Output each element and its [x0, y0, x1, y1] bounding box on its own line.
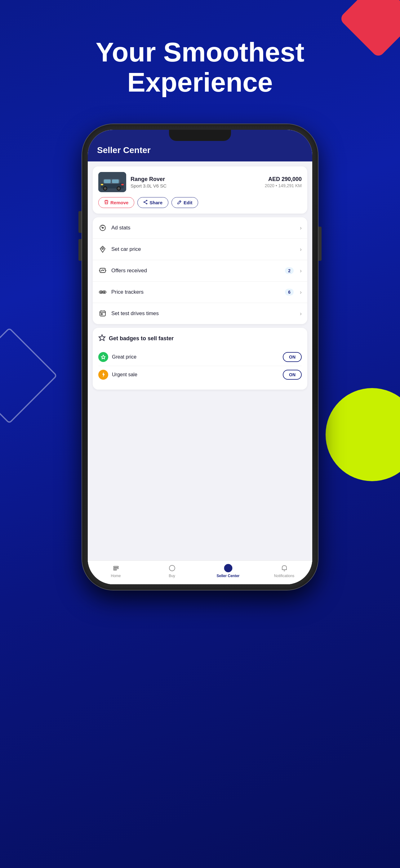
svg-rect-26: [100, 311, 105, 316]
share-button[interactable]: Share: [137, 197, 168, 208]
app-content: Seller Center: [88, 130, 312, 584]
hero-line2: Experience: [25, 67, 375, 97]
svg-point-25: [104, 291, 104, 292]
badges-title: Get badges to sell faster: [109, 335, 174, 342]
svg-rect-3: [104, 180, 111, 183]
badge-header-icon: [98, 334, 106, 343]
svg-line-18: [179, 201, 180, 202]
badges-card: Get badges to sell faster Great price ON: [93, 328, 307, 390]
great-price-toggle[interactable]: ON: [283, 352, 302, 362]
phone-mockup: Seller Center: [82, 124, 318, 590]
share-label: Share: [149, 200, 163, 205]
car-info-row: Range Rover Sport 3.0L V6 SC AED 290,000…: [98, 172, 302, 192]
home-icon: [112, 564, 120, 572]
menu-item-offers-received[interactable]: Offers received 2 ›: [93, 260, 307, 282]
svg-line-17: [145, 203, 146, 204]
car-card: Range Rover Sport 3.0L V6 SC AED 290,000…: [93, 166, 307, 214]
car-price-block: AED 290,000 2020 • 149,291 KM: [265, 176, 302, 188]
buy-tab-label: Buy: [169, 574, 175, 578]
urgent-sale-icon: [98, 370, 108, 380]
car-model: Sport 3.0L V6 SC: [131, 183, 261, 188]
share-icon: [143, 200, 147, 205]
svg-rect-30: [113, 569, 116, 570]
menu-item-test-drives[interactable]: Set test drives times ›: [93, 303, 307, 324]
badge-urgent-sale: Urgent sale ON: [98, 366, 302, 383]
tab-bar: Home Buy: [88, 560, 312, 584]
svg-rect-9: [101, 184, 103, 185]
hero-line1: Your Smoothest: [25, 37, 375, 67]
header-title: Seller Center: [97, 145, 303, 155]
notifications-icon: [280, 564, 289, 572]
chevron-icon: ›: [300, 225, 302, 231]
svg-point-31: [169, 565, 175, 571]
notifications-tab-label: Notifications: [274, 574, 294, 578]
menu-item-price-trackers[interactable]: Price trackers 6 ›: [93, 282, 307, 303]
svg-point-14: [144, 202, 145, 203]
car-details: Range Rover Sport 3.0L V6 SC: [131, 176, 261, 188]
offers-badge: 2: [285, 267, 294, 274]
edit-button[interactable]: Edit: [171, 197, 198, 208]
svg-rect-28: [113, 566, 119, 567]
remove-label: Remove: [110, 200, 128, 205]
svg-point-24: [100, 291, 101, 292]
menu-card: Ad stats › Set car price: [93, 217, 307, 324]
phone-screen: Seller Center: [88, 130, 312, 584]
buy-icon: [168, 564, 176, 572]
seller-center-icon: [224, 564, 233, 572]
remove-button[interactable]: Remove: [98, 197, 134, 208]
urgent-sale-label: Urgent sale: [112, 372, 283, 377]
app-scroll-area: Range Rover Sport 3.0L V6 SC AED 290,000…: [88, 161, 312, 560]
price-trackers-label: Price trackers: [111, 289, 280, 295]
car-name: Range Rover: [131, 176, 261, 183]
menu-item-ad-stats[interactable]: Ad stats ›: [93, 217, 307, 239]
home-tab-label: Home: [111, 574, 121, 578]
badge-great-price: Great price ON: [98, 348, 302, 366]
price-icon: [98, 245, 107, 254]
menu-item-set-car-price[interactable]: Set car price ›: [93, 239, 307, 260]
car-image: [98, 172, 126, 192]
badges-header: Get badges to sell faster: [98, 334, 302, 343]
svg-point-20: [102, 227, 103, 228]
svg-rect-27: [101, 314, 102, 315]
bg-green-circle: [326, 388, 400, 481]
test-drives-label: Set test drives times: [111, 310, 296, 317]
chevron-icon: ›: [300, 246, 302, 253]
car-actions: Remove: [98, 197, 302, 208]
svg-point-13: [146, 200, 147, 201]
chevron-icon: ›: [300, 268, 302, 274]
ad-stats-icon: [98, 223, 107, 232]
svg-line-16: [145, 201, 146, 202]
phone-notch: [169, 130, 231, 141]
price-trackers-badge: 6: [285, 289, 294, 296]
tab-notifications[interactable]: Notifications: [256, 564, 312, 578]
seller-center-tab-label: Seller Center: [216, 574, 239, 578]
svg-point-15: [146, 203, 147, 204]
great-price-label: Great price: [112, 354, 283, 360]
offers-icon: [98, 266, 107, 275]
test-drives-icon: [98, 309, 107, 318]
edit-icon: [177, 200, 182, 205]
tab-seller-center[interactable]: Seller Center: [200, 564, 256, 578]
svg-point-6: [104, 187, 106, 190]
edit-label: Edit: [184, 200, 192, 205]
bg-blue-diamond: [0, 327, 58, 424]
phone-outer: Seller Center: [82, 124, 318, 590]
set-car-price-label: Set car price: [111, 246, 296, 252]
chevron-icon: ›: [300, 289, 302, 296]
svg-point-8: [118, 187, 120, 190]
hero-text: Your Smoothest Experience: [0, 37, 400, 97]
trash-icon: [104, 200, 108, 205]
svg-rect-29: [113, 568, 119, 569]
great-price-icon: [98, 352, 108, 362]
offers-received-label: Offers received: [111, 268, 280, 274]
car-price: AED 290,000: [265, 176, 302, 183]
svg-point-21: [102, 248, 104, 250]
car-year-km: 2020 • 149,291 KM: [265, 183, 302, 188]
svg-rect-4: [112, 180, 119, 183]
chevron-icon: ›: [300, 310, 302, 317]
price-trackers-icon: [98, 288, 107, 297]
tab-home[interactable]: Home: [88, 564, 144, 578]
urgent-sale-toggle[interactable]: ON: [283, 370, 302, 380]
svg-rect-10: [121, 184, 124, 185]
tab-buy[interactable]: Buy: [144, 564, 200, 578]
